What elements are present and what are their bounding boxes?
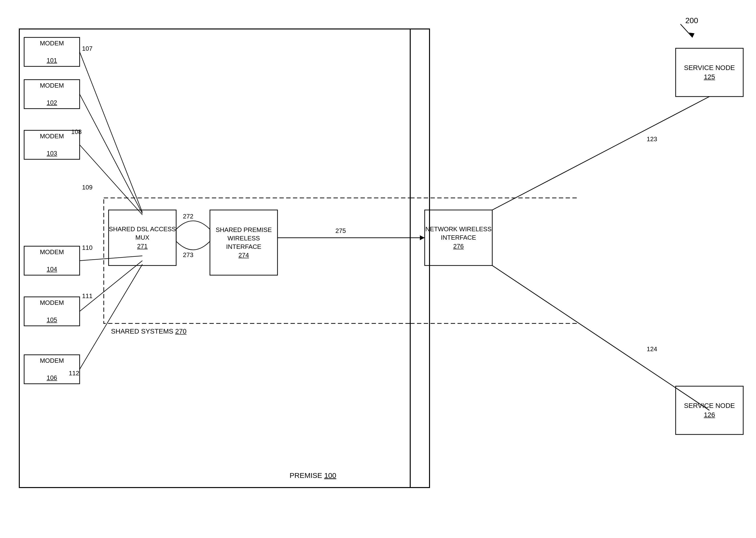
service-node-126-label: SERVICE NODE 126	[676, 386, 743, 434]
line-275: 275	[335, 227, 346, 235]
svg-line-21	[79, 261, 142, 311]
diagram-number: 200	[685, 16, 698, 26]
line-107: 107	[82, 45, 92, 53]
line-112: 112	[69, 369, 79, 377]
modem-104-label: MODEM 104	[24, 246, 79, 275]
shared-dsl-label: SHARED DSL ACCESS MUX 271	[109, 210, 176, 265]
modem-102-label: MODEM 102	[24, 80, 79, 109]
line-272: 272	[183, 212, 193, 221]
shared-systems-label: SHARED SYSTEMS 270	[111, 327, 186, 336]
svg-line-18	[79, 94, 142, 214]
line-273: 273	[183, 251, 193, 259]
line-123: 123	[647, 135, 657, 143]
svg-line-19	[79, 145, 142, 215]
network-wireless-label: NETWORK WIRELESS INTERFACE 276	[425, 210, 492, 265]
svg-marker-26	[420, 235, 425, 240]
line-124: 124	[647, 345, 657, 353]
svg-line-22	[79, 264, 142, 369]
diagram: 200 MODEM 101 MODEM 102 MODEM 103 MODEM …	[0, 0, 756, 538]
shared-premise-wireless-label: SHARED PREMISE WIRELESS INTERFACE 274	[210, 210, 277, 275]
premise-label: PREMISE 100	[289, 471, 336, 480]
modem-105-label: MODEM 105	[24, 297, 79, 326]
line-108: 108	[71, 128, 81, 136]
modem-101-label: MODEM 101	[24, 37, 79, 66]
line-111: 111	[82, 292, 92, 300]
svg-line-0	[680, 24, 692, 37]
line-110: 110	[82, 244, 92, 252]
svg-line-27	[492, 96, 709, 210]
line-109: 109	[82, 184, 92, 191]
service-node-125-label: SERVICE NODE 125	[676, 48, 743, 96]
